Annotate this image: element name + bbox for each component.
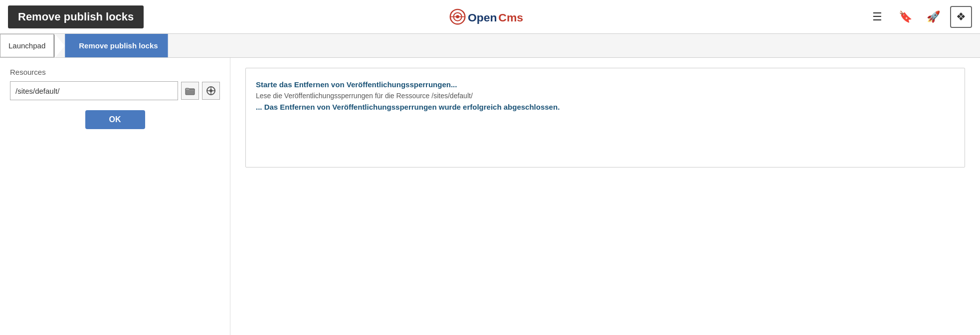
svg-text:Cms: Cms [498, 10, 523, 23]
log-line-1: Starte das Entfernen von Veröffentlichun… [256, 80, 955, 89]
app-title: Remove publish locks [8, 5, 144, 28]
log-line-3: ... Das Entfernen von Veröffentlichungss… [256, 103, 955, 111]
breadcrumb-current: Remove publish locks [65, 34, 168, 57]
breadcrumb-arrow [55, 34, 65, 58]
left-panel: Resources OK [0, 58, 230, 335]
menu-icon[interactable]: ☰ [866, 6, 888, 28]
grid-icon[interactable]: ❖ [950, 6, 972, 28]
ok-button[interactable]: OK [85, 110, 145, 129]
header: Remove publish locks Open Cms ☰ 🔖 🚀 ❖ [0, 0, 980, 34]
rocket-icon[interactable]: 🚀 [922, 6, 944, 28]
log-line-2: Lese die Veröffentlichungssperrungen für… [256, 92, 955, 100]
log-box: Starte das Entfernen von Veröffentlichun… [245, 68, 965, 168]
input-row [10, 81, 220, 100]
logo: Open Cms [445, 4, 535, 29]
header-icons: ☰ 🔖 🚀 ❖ [866, 6, 972, 28]
svg-text:Open: Open [468, 10, 497, 23]
breadcrumb: Launchpad Remove publish locks [0, 34, 980, 58]
resources-label: Resources [10, 68, 220, 76]
right-panel: Starte das Entfernen von Veröffentlichun… [230, 58, 980, 335]
resource-input[interactable] [10, 81, 178, 100]
folder-icon-btn[interactable] [181, 82, 199, 100]
breadcrumb-home[interactable]: Launchpad [0, 34, 54, 57]
main: Resources OK Starte das Entf [0, 58, 980, 335]
bookmark-icon[interactable]: 🔖 [894, 6, 916, 28]
target-icon-btn[interactable] [202, 82, 220, 100]
